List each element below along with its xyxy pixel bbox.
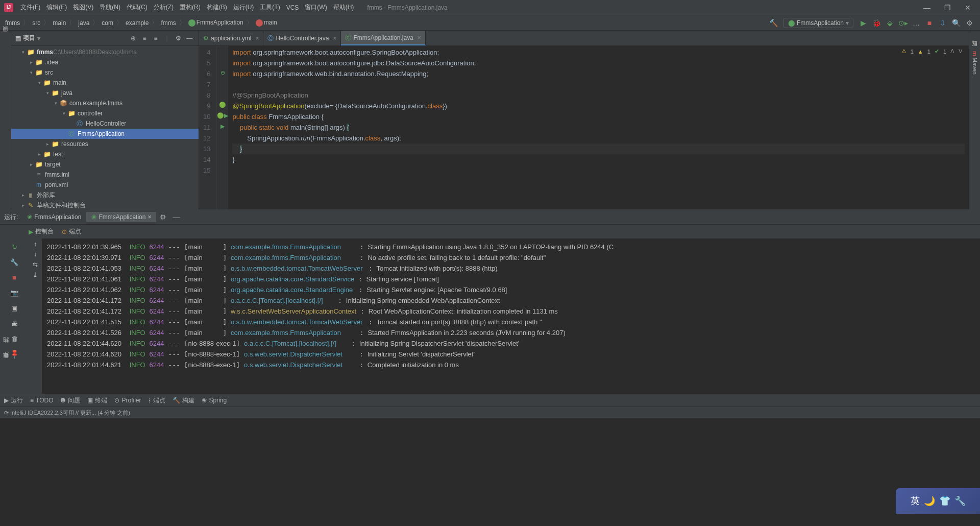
ime-widget[interactable]: 英 🌙 👕 🔧	[896, 488, 980, 514]
close-tab-icon[interactable]: ×	[255, 35, 259, 42]
breadcrumb-item[interactable]: main	[52, 19, 67, 27]
project-tree[interactable]: ▾📁fmms C:\Users\86188\Desktop\fmms▸📁.ide…	[11, 46, 199, 209]
menu-3[interactable]: 导航(N)	[96, 0, 124, 15]
hide-icon[interactable]: —	[170, 211, 182, 223]
attach-button[interactable]: …	[911, 17, 922, 29]
bottom-item[interactable]: ❀Spring	[202, 397, 227, 404]
actuator-icon[interactable]: 🔧	[8, 256, 20, 268]
breadcrumb-item[interactable]: example	[125, 19, 150, 27]
tree-node[interactable]: ▾📁java	[11, 88, 199, 98]
scroll-icon[interactable]: ⤓	[33, 271, 38, 278]
breadcrumb-item[interactable]: fmms	[160, 19, 177, 27]
profile-button[interactable]: ⊙▸	[897, 17, 909, 29]
console-tab[interactable]: ▶控制台	[29, 227, 54, 236]
gear-icon[interactable]: ⚙	[173, 33, 183, 43]
stop-button[interactable]: ■	[924, 17, 935, 29]
menu-5[interactable]: 分析(Z)	[151, 0, 177, 15]
menu-12[interactable]: 帮助(H)	[330, 0, 357, 15]
tree-node[interactable]: ▸⫼外部库	[11, 190, 199, 200]
close-icon[interactable]: ×	[148, 213, 151, 221]
build-icon[interactable]: 🔨	[768, 17, 779, 29]
breadcrumb-item[interactable]: java	[77, 19, 90, 27]
project-title[interactable]: ▤ 项目 ▾	[15, 34, 40, 42]
tree-node[interactable]: ⒸFmmsApplication	[11, 129, 199, 139]
gutter-icons[interactable]: ⊖ 🟢🟢▶▶	[217, 46, 228, 209]
close-tab-icon[interactable]: ×	[418, 34, 421, 41]
rerun-icon[interactable]: ↻	[8, 241, 20, 253]
console-output[interactable]: 2022-11-08 22:01:39.965 INFO 6244 --- [m…	[42, 238, 980, 394]
up-icon[interactable]: ↑	[34, 241, 37, 248]
run-button[interactable]: ▶	[857, 17, 869, 29]
run-tab[interactable]: ❀FmmsApplication	[22, 212, 86, 222]
menu-9[interactable]: 工具(T)	[257, 0, 283, 15]
editor-tab[interactable]: ⒸHelloController.java×	[263, 31, 341, 45]
minimize-button[interactable]: —	[917, 0, 937, 15]
maximize-button[interactable]: ❐	[937, 0, 958, 15]
hide-icon[interactable]: —	[184, 33, 194, 43]
run-tab[interactable]: ❀FmmsApplication ×	[86, 212, 156, 222]
tree-node[interactable]: ▸📁.idea	[11, 57, 199, 67]
wrap-icon[interactable]: ⇆	[33, 261, 38, 268]
stop-icon[interactable]: ■	[8, 271, 20, 283]
tree-node[interactable]: ▾📁fmms C:\Users\86188\Desktop\fmms	[11, 47, 199, 57]
breadcrumb-item[interactable]: src	[31, 19, 41, 27]
expand-icon[interactable]: ≡	[139, 33, 150, 43]
tree-node[interactable]: ⒸHelloController	[11, 118, 199, 129]
tree-node[interactable]: ▸📁test	[11, 149, 199, 159]
bottom-item[interactable]: ⊙Profiler	[114, 397, 141, 404]
menu-2[interactable]: 视图(V)	[70, 0, 96, 15]
bottom-item[interactable]: ≡TODO	[30, 397, 53, 404]
locate-icon[interactable]: ⊕	[128, 33, 138, 43]
search-icon[interactable]: 🔍	[950, 17, 962, 29]
tree-node[interactable]: ▾📁main	[11, 78, 199, 88]
coverage-button[interactable]: ⬙	[884, 17, 895, 29]
menu-0[interactable]: 文件(F)	[17, 0, 43, 15]
bottom-item[interactable]: 🔨构建	[173, 396, 194, 405]
settings-icon[interactable]: ⚙	[964, 17, 975, 29]
down-icon[interactable]: ↓	[34, 251, 37, 258]
chevron-down-icon[interactable]: ᐯ	[959, 48, 963, 55]
menu-7[interactable]: 构建(B)	[204, 0, 230, 15]
tree-node[interactable]: ▾📦com.example.fmms	[11, 98, 199, 108]
tree-node[interactable]: ▸📁resources	[11, 139, 199, 149]
run-config-selector[interactable]: ⬤ FmmsApplication ▾	[783, 18, 853, 28]
right-strip-maven[interactable]: m Maven	[972, 51, 978, 75]
tree-node[interactable]: ▾📁controller	[11, 108, 199, 118]
code-text[interactable]: import org.springframework.boot.autoconf…	[228, 46, 969, 209]
breadcrumb-item[interactable]: FmmsApplication	[187, 19, 244, 27]
tree-node[interactable]: mpom.xml	[11, 180, 199, 190]
collapse-icon[interactable]: ≡	[151, 33, 161, 43]
tree-node[interactable]: ≡fmms.iml	[11, 170, 199, 180]
print-icon[interactable]: 🖶	[8, 317, 20, 329]
editor-tab[interactable]: ⚙application.yml×	[199, 31, 263, 45]
bottom-item[interactable]: ▶运行	[4, 396, 23, 405]
tree-node[interactable]: ▸📁target	[11, 159, 199, 170]
close-tab-icon[interactable]: ×	[333, 35, 336, 42]
menu-11[interactable]: 窗口(W)	[302, 0, 330, 15]
line-gutter[interactable]: 456789101112131415	[199, 46, 217, 209]
camera-icon[interactable]: 📷	[8, 286, 20, 299]
gear-icon[interactable]: ⚙	[157, 211, 168, 223]
code-editor[interactable]: 456789101112131415 ⊖ 🟢🟢▶▶ import org.spr…	[199, 46, 969, 209]
menu-6[interactable]: 重构(R)	[177, 0, 204, 15]
inspection-widget[interactable]: ⚠1 ▲1 ✔1 ᐱ ᐯ	[901, 48, 963, 55]
breadcrumb-item[interactable]: main	[255, 19, 278, 27]
bottom-item[interactable]: ❶问题	[60, 396, 80, 405]
debug-button[interactable]: 🐞	[871, 17, 882, 29]
breadcrumb-item[interactable]: com	[101, 19, 114, 27]
menu-10[interactable]: VCS	[283, 0, 302, 15]
vcs-update-icon[interactable]: ⇩	[937, 17, 948, 29]
chevron-up-icon[interactable]: ᐱ	[950, 48, 954, 55]
menu-4[interactable]: 代码(C)	[124, 0, 151, 15]
breadcrumb-item[interactable]: fmms	[4, 19, 21, 27]
trash-icon[interactable]: 🗑	[8, 332, 20, 345]
tree-node[interactable]: ▸✎草稿文件和控制台	[11, 200, 199, 209]
bottom-item[interactable]: ▣终端	[87, 396, 107, 405]
tree-node[interactable]: ▾📁src	[11, 67, 199, 78]
editor-tab[interactable]: ⒸFmmsApplication.java×	[341, 31, 425, 45]
close-button[interactable]: ✕	[958, 0, 978, 15]
endpoints-tab[interactable]: ⊙端点	[62, 227, 81, 236]
menu-8[interactable]: 运行(U)	[230, 0, 257, 15]
bottom-item[interactable]: ⫶端点	[148, 396, 165, 405]
menu-1[interactable]: 编辑(E)	[43, 0, 70, 15]
